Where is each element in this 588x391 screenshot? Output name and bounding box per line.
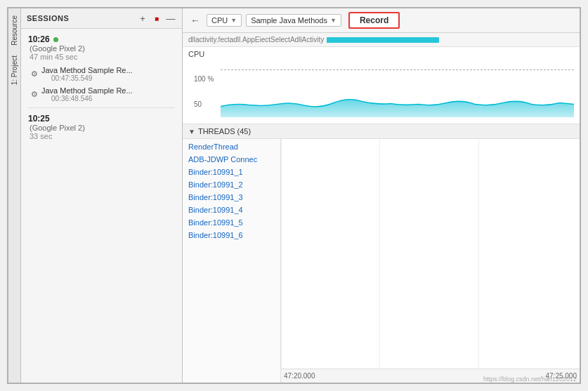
thread-item-binder5[interactable]: Binder:10991_5 xyxy=(183,216,280,229)
threads-header: ▼ THREADS (45) xyxy=(183,124,580,139)
thread-item-binder3[interactable]: Binder:10991_3 xyxy=(183,191,280,204)
java-method-sample-1[interactable]: ⚙ Java Method Sample Re... 00:47:35.549 xyxy=(21,64,182,84)
threads-body: RenderThread ADB-JDWP Connec Binder:1099… xyxy=(183,139,580,383)
record-button[interactable]: Record xyxy=(348,12,400,29)
main-toolbar: ← CPU ▼ Sample Java Methods ▼ Record xyxy=(183,8,580,33)
thread-item-binder2[interactable]: Binder:10991_2 xyxy=(183,178,280,191)
method-dropdown-arrow: ▼ xyxy=(330,17,337,24)
thread-item-binder4[interactable]: Binder:10991_4 xyxy=(183,204,280,216)
minimize-session-button[interactable]: — xyxy=(165,13,176,24)
thread-item-renderthread[interactable]: RenderThread xyxy=(183,140,280,153)
threads-section: ▼ THREADS (45) RenderThread ADB-JDWP Con… xyxy=(183,124,580,383)
session-active-dot xyxy=(53,37,58,42)
thread-item-binder1[interactable]: Binder:10991_1 xyxy=(183,166,280,178)
stop-session-button[interactable]: ■ xyxy=(151,13,162,24)
session-duration-1026: 47 min 45 sec xyxy=(28,53,175,61)
cpu-chart-section: CPU 100 % 50 xyxy=(183,47,580,124)
thread-item-binder6[interactable]: Binder:10991_6 xyxy=(183,229,280,241)
cpu-dropdown[interactable]: CPU ▼ xyxy=(207,14,242,27)
thread-timeline: 47:20.000 47:25.000 xyxy=(281,139,580,383)
session-item-1026[interactable]: 10:26 (Google Pixel 2) 47 min 45 sec xyxy=(21,32,182,64)
ruler-mark-left: 47:20.000 xyxy=(284,372,315,380)
sessions-panel: SESSIONS + ■ — 10:26 (Google Pixel 2) 47… xyxy=(21,8,183,383)
tick-line-2 xyxy=(478,139,479,369)
tick-line-1 xyxy=(379,139,380,369)
session-device-1026: (Google Pixel 2) xyxy=(28,44,175,53)
sessions-list: 10:26 (Google Pixel 2) 47 min 45 sec ⚙ J… xyxy=(21,29,182,383)
cpu-label-50: 50 xyxy=(194,100,202,108)
vertical-tabs-container: Resource 1: Project xyxy=(8,8,21,383)
threads-toggle[interactable]: ▼ xyxy=(188,128,195,135)
sessions-title: SESSIONS xyxy=(27,14,134,22)
cpu-chart-label: CPU xyxy=(188,50,204,58)
session-item-1025[interactable]: 10:25 (Google Pixel 2) 33 sec xyxy=(21,111,182,143)
thread-item-adb[interactable]: ADB-JDWP Connec xyxy=(183,153,280,166)
dashed-line-100 xyxy=(221,69,574,70)
project-tab-label: 1: Project xyxy=(11,55,18,85)
cpu-label-100: 100 % xyxy=(194,75,214,83)
threads-label: THREADS (45) xyxy=(198,127,251,135)
watermark: https://blog.csdn.net/han1202012 xyxy=(483,376,577,383)
gear-icon-2: ⚙ xyxy=(31,90,38,99)
sessions-header: SESSIONS + ■ — xyxy=(21,8,182,29)
gear-icon-1: ⚙ xyxy=(31,69,38,79)
session-time-1026: 10:26 xyxy=(28,34,175,44)
session-duration-1025: 33 sec xyxy=(28,132,175,140)
method-dropdown[interactable]: Sample Java Methods ▼ xyxy=(246,14,341,27)
back-button[interactable]: ← xyxy=(188,14,202,27)
resource-tab-label: Resource xyxy=(11,15,18,46)
resource-tab[interactable]: Resource xyxy=(9,11,20,50)
threads-list: RenderThread ADB-JDWP Connec Binder:1099… xyxy=(183,139,281,383)
activity-text: dllactivity.fectadll.AppEiectSelectAdllA… xyxy=(188,36,324,44)
chart-area: dllactivity.fectadll.AppEiectSelectAdllA… xyxy=(183,33,580,383)
session-divider xyxy=(28,107,175,108)
tick-line-0 xyxy=(281,139,282,369)
session-time-1025: 10:25 xyxy=(28,114,175,124)
activity-fill xyxy=(327,37,439,43)
cpu-chart-svg xyxy=(221,60,574,117)
session-device-1025: (Google Pixel 2) xyxy=(28,124,175,132)
main-area: ← CPU ▼ Sample Java Methods ▼ Record dll… xyxy=(183,8,580,383)
java-method-sample-2[interactable]: ⚙ Java Method Sample Re... 00:36:48.546 xyxy=(21,84,182,105)
activity-bar: dllactivity.fectadll.AppEiectSelectAdllA… xyxy=(183,33,580,47)
project-tab[interactable]: 1: Project xyxy=(9,51,20,89)
add-session-button[interactable]: + xyxy=(137,13,148,24)
cpu-dropdown-arrow: ▼ xyxy=(230,17,237,24)
